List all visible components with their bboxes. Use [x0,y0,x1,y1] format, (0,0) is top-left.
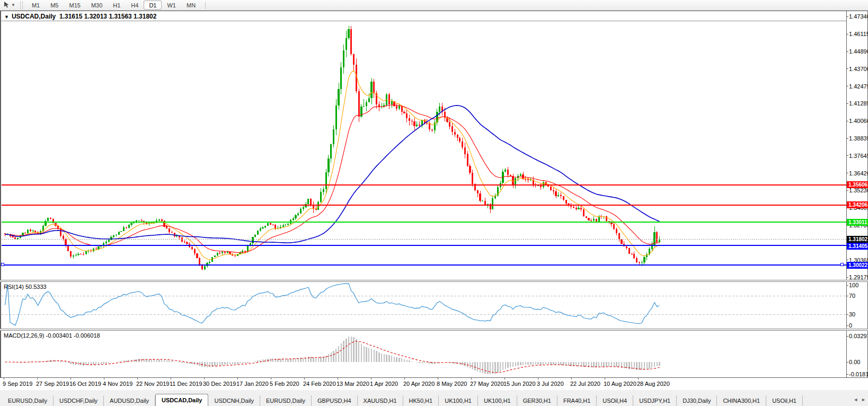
date-label: 9 Sep 2019 [3,381,32,387]
date-tick [371,378,371,379]
tab-scroll-right-icon[interactable]: ► [861,397,866,402]
chart-tab-usoil-h1[interactable]: USOil,H1 [766,395,803,406]
chart-tab-uk100-h1[interactable]: UK100,H1 [439,395,478,406]
rsi-axis-label: 70 [849,293,855,299]
date-label: 22 Nov 2019 [136,381,169,387]
hline-drag-handle[interactable] [840,263,844,266]
panel-splitter-rsi[interactable] [0,280,868,282]
rsi-axis-tick [846,325,848,326]
timeframe-button-m1[interactable]: M1 [26,1,45,10]
level-price-tag: 1.35606 [847,181,868,188]
time-axis[interactable]: 9 Sep 201927 Sep 201916 Oct 20194 Nov 20… [0,377,868,390]
date-label: 10 Aug 2020 [604,381,636,387]
tab-scroll-left-icon[interactable]: ◄ [853,397,858,402]
rsi-panel-canvas[interactable] [0,282,868,329]
ma-line-8 [5,70,660,259]
chart-tab-usoil-h4[interactable]: USOil,H4 [597,395,633,406]
panel-splitter-macd[interactable] [0,329,868,331]
timeframe-button-h1[interactable]: H1 [108,1,126,10]
level-price-tag: 1.31405 [847,243,868,250]
chart-tab-eurusd-daily[interactable]: EURUSD,Daily [2,395,54,406]
toolbar-grip [20,2,23,9]
date-tick [70,378,71,379]
timeframe-button-mn[interactable]: MN [181,1,201,10]
price-axis-label: 1.43700 [849,66,868,72]
macd-panel-canvas[interactable] [0,331,868,377]
date-label: 28 Aug 2020 [637,381,670,387]
price-axis-label: 1.37645 [849,153,868,159]
timeframe-toolbar: ▼ M1M5M15M30H1H4D1W1MN [0,0,868,11]
chart-tab-xauusd-h1[interactable]: XAUUSD,H1 [358,395,403,406]
rsi-axis-label: 0 [849,322,852,329]
price-axis-tick [846,190,848,191]
macd-axis-label: 0.032972 [849,333,868,339]
date-tick [104,378,104,379]
collapse-chart-icon[interactable]: ▼ [4,14,9,20]
timeframe-button-m15[interactable]: M15 [64,1,85,10]
timeframe-button-h4[interactable]: H4 [126,1,144,10]
date-label: 24 Feb 2020 [303,381,336,387]
price-axis-tick [846,121,848,121]
date-label: 22 Jul 2020 [570,381,600,387]
date-tick [605,378,605,379]
price-axis-tick [846,155,848,156]
date-tick [237,378,238,379]
date-tick [504,378,505,379]
date-label: 16 Oct 2019 [69,381,101,387]
chart-tab-uk100-h1[interactable]: UK100,H1 [478,395,517,406]
chart-cursor-tool-button[interactable]: ▼ [1,1,17,10]
timeframe-button-d1[interactable]: D1 [144,1,162,10]
chart-tab-fra40-h1[interactable]: FRA40,H1 [557,395,597,406]
chart-tab-dj30-daily[interactable]: DJ30,Daily [677,395,717,406]
date-label: 11 Dec 2019 [170,381,202,387]
price-axis-tick [846,86,848,86]
macd-axis-label: 0.00 [849,359,860,365]
date-label: 17 Jan 2020 [236,381,269,387]
chart-tab-bar: EURUSD,DailyUSDCHF,DailyAUDUSD,DailyUSDC… [0,391,868,406]
level-price-tag: 1.31802 [847,236,868,243]
price-axis-label: 1.47340 [849,13,868,20]
date-tick [37,378,38,379]
date-label: 13 Mar 2020 [336,381,369,387]
chart-ohlc-values: 1.31615 1.32013 1.31563 1.31802 [59,13,157,20]
price-axis-label: 1.38835 [849,135,868,142]
chart-tab-china300-h1[interactable]: CHINA300,H1 [717,395,766,406]
date-tick [271,378,271,379]
macd-axis-tick [846,374,848,375]
candles-layer[interactable] [4,26,660,270]
timeframe-button-w1[interactable]: W1 [162,1,181,10]
chart-tab-gbpusd-h4[interactable]: GBPUSD,H4 [312,395,358,406]
level-price-tag: 1.33011 [847,219,868,226]
price-axis-tick [846,260,848,260]
timeframe-button-m5[interactable]: M5 [45,1,64,10]
chart-tab-ger30-h1[interactable]: GER30,H1 [517,395,557,406]
price-axis-tick [846,51,848,52]
date-label: 1 Apr 2020 [370,381,398,387]
price-axis-tick [846,173,848,173]
price-axis-line [846,11,847,377]
tab-scroll-controls: ◄ ► [851,393,868,406]
hline-drag-handle[interactable] [1,263,4,266]
price-axis-label: 1.41285 [849,100,868,107]
chart-tab-audusd-daily[interactable]: AUDUSD,Daily [104,395,155,406]
level-price-tag: 1.30022 [847,262,868,269]
chart-tab-usdjpy-h1[interactable]: USDJPY,H1 [633,395,677,406]
chart-tab-hk50-h1[interactable]: HK50,H1 [403,395,439,406]
date-tick [438,378,438,379]
date-tick [404,378,405,379]
chart-title: ▼USDCAD,Daily 1.31615 1.32013 1.31563 1.… [4,13,156,20]
chart-tab-eurusd-daily[interactable]: EURUSD,Daily [260,395,312,406]
macd-signal-line [5,341,660,373]
date-label: 8 May 2020 [437,381,467,387]
title-underline [2,21,846,21]
price-axis-label: 1.44890 [849,48,868,55]
chart-tab-usdcad-daily[interactable]: USDCAD,Daily [155,394,208,406]
date-label: 27 Sep 2019 [36,381,69,387]
price-chart-canvas[interactable] [0,11,868,280]
chart-tab-usdchf-daily[interactable]: USDCHF,Daily [54,395,104,406]
date-tick [304,378,305,379]
chart-tab-usdcnh-daily[interactable]: USDCNH,Daily [208,395,260,406]
rsi-line [5,284,660,325]
timeframe-button-m30[interactable]: M30 [86,1,108,10]
date-label: 5 Feb 2020 [270,381,299,387]
